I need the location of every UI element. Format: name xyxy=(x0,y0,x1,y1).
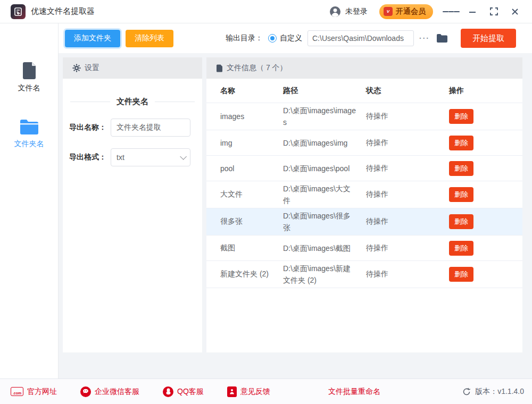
cell-path: D:\桌面\images\新建文件夹 (2) xyxy=(283,261,358,288)
custom-radio[interactable] xyxy=(268,34,277,43)
cell-name: pool xyxy=(206,164,283,173)
qq-icon xyxy=(163,386,173,397)
cell-name: images xyxy=(206,112,283,121)
file-info-panel: 文件信息（ 7 个） 名称 路径 状态 操作 images D:\桌面\imag… xyxy=(206,57,522,352)
add-folder-button[interactable]: 添加文件夹 xyxy=(65,30,120,47)
settings-header-label: 设置 xyxy=(85,63,99,73)
delete-button[interactable]: 删除 xyxy=(449,267,473,282)
wechat-support-label: 企业微信客服 xyxy=(95,387,139,397)
cell-path: D:\桌面\images\images xyxy=(283,103,358,130)
sidebar-item-label: 文件夹名 xyxy=(14,139,44,149)
file-info-header-label: 文件信息（ 7 个） xyxy=(227,63,287,73)
qq-support-link[interactable]: QQ客服 xyxy=(163,386,204,397)
table-row[interactable]: img D:\桌面\images\img 待操作 删除 xyxy=(206,130,522,156)
column-header-status: 状态 xyxy=(366,86,449,96)
minimize-icon[interactable] xyxy=(464,3,481,20)
cell-status: 待操作 xyxy=(366,164,449,173)
official-website-link[interactable]: .com 官方网址 xyxy=(11,387,57,397)
feedback-icon xyxy=(227,386,237,397)
table-body: images D:\桌面\images\images 待操作 删除 img D:… xyxy=(206,103,522,288)
version-label: 版本：v1.1.4.0 xyxy=(475,387,524,397)
output-path-input[interactable] xyxy=(307,30,414,46)
column-header-path: 路径 xyxy=(283,86,366,96)
custom-radio-label[interactable]: 自定义 xyxy=(280,33,302,43)
browse-more-button[interactable]: ··· xyxy=(419,34,430,43)
table-row[interactable]: 新建文件夹 (2) D:\桌面\images\新建文件夹 (2) 待操作 删除 xyxy=(206,261,522,288)
table-row[interactable]: 截图 D:\桌面\images\截图 待操作 删除 xyxy=(206,235,522,261)
cell-name: 截图 xyxy=(206,243,283,253)
sidebar-item-foldername[interactable]: 文件夹名 xyxy=(14,119,44,149)
section-title: 文件夹名 xyxy=(117,97,148,107)
column-header-action: 操作 xyxy=(449,86,509,96)
table-header-row: 名称 路径 状态 操作 xyxy=(206,79,522,103)
delete-button[interactable]: 删除 xyxy=(449,161,473,176)
app-title: 优速文件名提取器 xyxy=(31,6,95,16)
footer: .com 官方网址 企业微信客服 QQ客服 意见反馈 文件批量重命名 版本：v1… xyxy=(0,378,532,404)
maximize-icon[interactable] xyxy=(485,3,502,20)
delete-button[interactable]: 删除 xyxy=(449,214,473,229)
folder-picker-icon[interactable] xyxy=(436,33,448,43)
sidebar-item-label: 文件名 xyxy=(18,83,40,93)
cell-name: 大文件 xyxy=(206,190,283,199)
qq-support-label: QQ客服 xyxy=(177,387,204,397)
export-format-value: txt xyxy=(117,153,124,162)
wechat-support-link[interactable]: 企业微信客服 xyxy=(80,386,139,397)
cell-status: 待操作 xyxy=(366,138,449,148)
cell-status: 待操作 xyxy=(366,270,449,279)
vip-label: 开通会员 xyxy=(396,7,426,16)
cell-path: D:\桌面\images\截图 xyxy=(283,241,358,256)
login-status-label: 未登录 xyxy=(345,7,368,16)
batch-rename-link[interactable]: 文件批量重命名 xyxy=(328,387,380,397)
chevron-down-icon xyxy=(180,153,187,160)
feedback-label: 意见反馈 xyxy=(240,387,270,397)
titlebar: 优速文件名提取器 未登录 V 开通会员 xyxy=(0,0,532,23)
section-divider: 文件夹名 xyxy=(70,97,195,107)
cell-path: D:\桌面\images\img xyxy=(283,136,358,150)
table-row[interactable]: images D:\桌面\images\images 待操作 删除 xyxy=(206,103,522,130)
folder-icon xyxy=(19,119,39,136)
user-avatar-icon xyxy=(329,6,341,18)
website-icon: .com xyxy=(11,387,23,396)
clear-list-button[interactable]: 清除列表 xyxy=(126,30,173,47)
feedback-link[interactable]: 意见反馈 xyxy=(227,386,270,397)
login-status[interactable]: 未登录 xyxy=(329,6,368,18)
cell-name: 很多张 xyxy=(206,217,283,226)
open-vip-button[interactable]: V 开通会员 xyxy=(379,4,433,19)
export-format-label: 导出格式： xyxy=(69,153,111,162)
table-row[interactable]: 大文件 D:\桌面\images\大文件 待操作 删除 xyxy=(206,181,522,208)
export-format-select[interactable]: txt xyxy=(111,148,190,166)
refresh-icon[interactable] xyxy=(462,388,471,396)
menu-icon[interactable] xyxy=(443,3,460,20)
export-name-input[interactable] xyxy=(111,119,190,137)
start-extract-button[interactable]: 开始提取 xyxy=(461,29,516,48)
cell-status: 待操作 xyxy=(366,190,449,199)
settings-panel-header: 设置 xyxy=(63,57,202,79)
sidebar-item-filename[interactable]: 文件名 xyxy=(18,62,40,93)
sidebar: 文件名 文件夹名 xyxy=(0,23,59,378)
close-icon[interactable] xyxy=(506,3,523,20)
cell-path: D:\桌面\images\大文件 xyxy=(283,181,358,208)
cell-status: 待操作 xyxy=(366,217,449,226)
column-header-name: 名称 xyxy=(206,86,283,96)
delete-button[interactable]: 删除 xyxy=(449,109,473,124)
wechat-icon xyxy=(80,386,91,397)
table-row[interactable]: 很多张 D:\桌面\images\很多张 待操作 删除 xyxy=(206,208,522,235)
cell-name: 新建文件夹 (2) xyxy=(206,270,283,279)
vip-icon: V xyxy=(384,7,393,16)
file-icon xyxy=(21,62,38,80)
toolbar: 添加文件夹 清除列表 输出目录： 自定义 ··· 开始提取 xyxy=(59,23,532,53)
main-area: 设置 文件夹名 导出名称： 导出格式： txt 文件信息（ 7 个） xyxy=(59,53,532,378)
cell-name: img xyxy=(206,139,283,147)
gear-icon xyxy=(72,64,81,72)
output-dir-label: 输出目录： xyxy=(226,33,263,43)
delete-button[interactable]: 删除 xyxy=(449,241,473,256)
cell-path: D:\桌面\images\很多张 xyxy=(283,208,358,235)
official-website-label: 官方网址 xyxy=(27,387,57,397)
cell-status: 待操作 xyxy=(366,243,449,253)
cell-path: D:\桌面\images\pool xyxy=(283,161,358,176)
delete-button[interactable]: 删除 xyxy=(449,136,473,150)
delete-button[interactable]: 删除 xyxy=(449,187,473,202)
file-info-header: 文件信息（ 7 个） xyxy=(206,57,522,79)
settings-panel: 设置 文件夹名 导出名称： 导出格式： txt xyxy=(63,57,202,352)
table-row[interactable]: pool D:\桌面\images\pool 待操作 删除 xyxy=(206,156,522,181)
